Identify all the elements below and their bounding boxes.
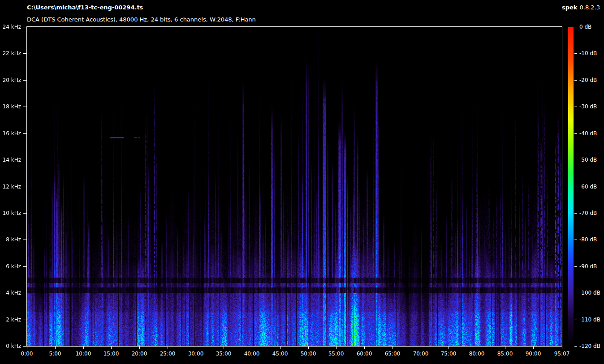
freq-tick-label: 2 kHz [0,317,21,323]
spectrogram-plot [26,26,562,347]
legend-tick-label: -70 dB [579,210,604,216]
freq-tick-label: 18 kHz [0,103,21,110]
time-tick-label: 95:07 [551,351,573,357]
freq-tick [23,27,26,27]
time-tick-label: 55:00 [325,351,347,357]
legend-tick [574,133,577,134]
time-tick [83,347,84,349]
time-tick-label: 40:00 [241,351,263,357]
legend-tick [574,107,577,107]
time-tick-label: 65:00 [381,351,404,357]
time-tick-label: 25:00 [156,351,179,357]
time-tick-label: 70:00 [410,351,432,357]
file-path-title: C:\Users\micha\f13-tc-eng-00294.ts [27,4,143,11]
freq-tick-label: 16 kHz [0,130,21,137]
freq-tick-label: 10 kHz [0,210,21,216]
legend-tick-label: 0 dB [579,24,604,30]
freq-tick-label: 6 kHz [0,263,21,270]
legend-tick-label: -10 dB [579,50,604,56]
time-tick-label: 50:00 [297,351,319,357]
legend-tick [574,213,577,214]
time-tick [252,347,252,349]
time-tick-label: 75:00 [437,351,460,357]
time-tick-label: 90:00 [522,351,544,357]
legend-tick [574,27,577,27]
freq-tick [23,240,26,240]
spectrogram-canvas [27,27,562,346]
legend-colorbar [568,27,574,346]
time-tick-label: 10:00 [72,351,95,357]
time-tick [562,347,562,349]
legend-tick [574,187,577,187]
legend-tick-label: -60 dB [579,184,604,190]
freq-tick [23,320,26,320]
freq-tick-label: 20 kHz [0,77,21,83]
time-tick [111,347,112,349]
time-tick [196,347,196,349]
time-tick [505,347,505,349]
legend-tick [574,320,577,320]
freq-tick [23,160,26,160]
time-tick [393,347,393,349]
time-tick [336,347,337,349]
freq-tick-label: 4 kHz [0,290,21,296]
freq-tick-label: 8 kHz [0,236,21,243]
time-tick [224,347,224,349]
freq-tick-label: 22 kHz [0,50,21,56]
time-tick [449,347,449,349]
freq-tick [23,266,26,267]
time-tick-label: 85:00 [494,351,516,357]
time-tick-label: 15:00 [100,351,122,357]
freq-tick [23,133,26,134]
time-tick [55,347,56,349]
file-format-info: DCA (DTS Coherent Acoustics), 48000 Hz, … [27,16,256,23]
time-tick-label: 30:00 [185,351,207,357]
legend-tick [574,346,577,347]
time-tick-label: 80:00 [466,351,488,357]
freq-tick-label: 12 kHz [0,184,21,190]
spek-window: { "app": { "name": "spek", "version": "0… [0,0,604,364]
legend-tick-label: -120 dB [579,343,604,349]
legend-tick-label: -80 dB [579,236,604,243]
freq-tick [23,107,26,107]
legend-tick-label: -90 dB [579,263,604,270]
legend-tick-label: -40 dB [579,130,604,137]
time-tick-label: 20:00 [128,351,151,357]
time-tick [27,347,27,349]
time-tick [168,347,168,349]
legend-tick-label: -100 dB [579,290,604,296]
time-tick [139,347,140,349]
freq-tick-label: 0 kHz [0,343,21,349]
freq-tick [23,80,26,81]
legend-tick-label: -30 dB [579,103,604,110]
freq-tick [23,213,26,214]
freq-tick [23,346,26,347]
app-version: 0.8.2.3 [580,4,600,11]
time-tick [533,347,534,349]
time-tick-label: 35:00 [212,351,235,357]
freq-tick-label: 14 kHz [0,157,21,163]
time-tick-label: 0:00 [16,351,38,357]
time-tick [364,347,365,349]
legend-tick-label: -110 dB [579,317,604,323]
legend-tick [574,293,577,293]
freq-tick [23,53,26,54]
time-tick-label: 45:00 [269,351,291,357]
legend-tick [574,53,577,54]
app-name: spek [562,4,578,11]
legend-tick-label: -50 dB [579,157,604,163]
app-brand: spek0.8.2.3 [562,4,600,11]
time-tick-label: 60:00 [353,351,375,357]
time-tick [477,347,477,349]
time-tick-label: 5:00 [44,351,66,357]
freq-tick-label: 24 kHz [0,24,21,30]
freq-tick [23,187,26,187]
time-tick [280,347,280,349]
legend-tick-label: -20 dB [579,77,604,83]
legend-tick [574,80,577,81]
legend-tick [574,240,577,240]
legend-tick [574,160,577,160]
time-tick [308,347,309,349]
time-tick [421,347,421,349]
freq-tick [23,293,26,293]
